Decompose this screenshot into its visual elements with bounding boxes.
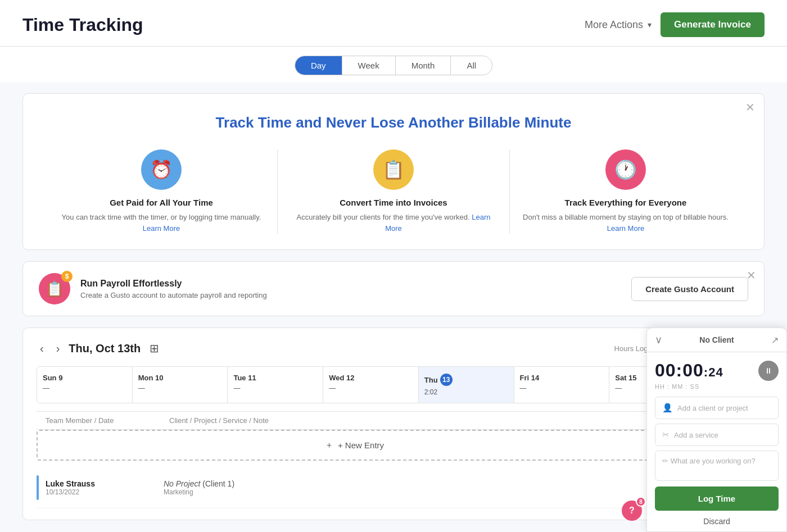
feature-title-track-all: Track Everything for Everyone: [565, 198, 687, 207]
timer-pause-button[interactable]: ⏸: [758, 361, 779, 381]
table-header-row: Team Member / Date Client / Project / Se…: [37, 411, 750, 430]
info-card: ✕ Track Time and Never Lose Another Bill…: [22, 93, 765, 250]
timer-display: 00:00:24: [655, 360, 723, 381]
week-time-sun: —: [43, 384, 126, 392]
table-header-client: Client / Project / Service / Note: [169, 416, 694, 425]
timer-mm: 00: [682, 360, 704, 380]
next-day-button[interactable]: ›: [53, 340, 64, 357]
calendar-grid-icon[interactable]: ⊞: [150, 342, 159, 355]
add-note-icon: ✏: [662, 457, 668, 465]
week-grid: Sun 9 — Mon 10 — Tue 11 — Wed 12 — Thu 1…: [37, 366, 750, 403]
new-entry-button[interactable]: ＋ + New Entry: [37, 430, 672, 461]
info-card-features: ⏰ Get Paid for All Your Time You can tra…: [46, 149, 741, 234]
feature-title-paid: Get Paid for All Your Time: [110, 198, 213, 207]
client-icon: 👤: [662, 403, 673, 413]
timer-external-link-button[interactable]: ↗: [771, 335, 779, 345]
header: Time Tracking More Actions ▾ Generate In…: [0, 0, 787, 46]
timer-hh: 00: [655, 360, 676, 380]
calendar-nav: ‹ › Thu, Oct 13th ⊞: [37, 340, 159, 357]
feature-item-paid: ⏰ Get Paid for All Your Time You can tra…: [46, 149, 278, 234]
week-time-fri: —: [520, 384, 604, 392]
timer-time-row: 00:00:24 ⏸: [655, 360, 779, 381]
week-cell-sun[interactable]: Sun 9 —: [37, 367, 133, 403]
week-day-tue: Tue 11: [233, 374, 317, 382]
week-day-sun: Sun 9: [43, 374, 126, 382]
more-actions-label: More Actions: [585, 19, 643, 31]
add-client-field[interactable]: 👤 Add a client or project: [655, 397, 779, 419]
service-icon: ✂: [662, 430, 670, 440]
generate-invoice-button[interactable]: Generate Invoice: [661, 12, 765, 37]
week-day-mon: Mon 10: [138, 374, 222, 382]
add-note-placeholder: What are you working on?: [671, 457, 756, 465]
chevron-down-icon: ▾: [648, 20, 652, 29]
learn-more-link-1[interactable]: Learn More: [143, 224, 180, 233]
table-header-member: Team Member / Date: [46, 416, 169, 425]
week-cell-thu[interactable]: Thu 13 2:02: [419, 367, 514, 403]
timer-collapse-button[interactable]: ∨: [655, 334, 662, 346]
week-cell-wed[interactable]: Wed 12 —: [323, 367, 419, 403]
track-all-icon: 🕐: [605, 149, 646, 190]
week-day-fri: Fri 14: [520, 374, 604, 382]
invoices-icon: 📋: [373, 149, 414, 190]
week-day-wed: Wed 12: [329, 374, 413, 382]
entry-indicator: [37, 475, 39, 500]
new-entry-label: + New Entry: [338, 440, 384, 450]
feature-item-track-all: 🕐 Track Everything for Everyone Don't mi…: [510, 149, 741, 234]
add-service-placeholder: Add a service: [674, 431, 718, 439]
log-time-button[interactable]: Log Time: [655, 486, 779, 511]
dollar-badge: $: [61, 271, 73, 282]
timer-format-label: HH : MM : SS: [655, 383, 779, 390]
week-cell-tue[interactable]: Tue 11 —: [228, 367, 323, 403]
tab-week[interactable]: Week: [342, 56, 396, 75]
week-cell-mon[interactable]: Mon 10 —: [133, 367, 228, 403]
learn-more-link-2[interactable]: Learn More: [385, 213, 490, 233]
entry-project: No Project (Client 1): [164, 479, 705, 488]
learn-more-link-3[interactable]: Learn More: [607, 224, 644, 233]
tabs-container: Day Week Month All: [295, 56, 492, 75]
thu-badge: 13: [440, 374, 453, 386]
timer-ss: :24: [704, 365, 723, 379]
info-card-title: Track Time and Never Lose Another Billab…: [46, 114, 741, 131]
page-title: Time Tracking: [22, 15, 143, 35]
timer-panel: ∨ No Client ↗ 00:00:24 ⏸ HH : MM : SS 👤 …: [646, 328, 787, 532]
add-note-field[interactable]: ✏ What are you working on?: [655, 451, 779, 481]
tab-month[interactable]: Month: [396, 56, 451, 75]
create-gusto-button[interactable]: Create Gusto Account: [631, 277, 748, 301]
entry-member: Luke Strauss 10/13/2022: [46, 479, 164, 496]
add-service-field[interactable]: ✂ Add a service: [655, 424, 779, 446]
week-cell-fri[interactable]: Fri 14 —: [514, 367, 610, 403]
more-actions-button[interactable]: More Actions ▾: [585, 19, 652, 31]
payroll-card: 📋 $ Run Payroll Effortlessly Create a Gu…: [22, 261, 765, 316]
entry-service: Marketing: [164, 488, 705, 496]
header-actions: More Actions ▾ Generate Invoice: [585, 12, 765, 37]
week-time-tue: —: [233, 384, 317, 392]
payroll-left: 📋 $ Run Payroll Effortlessly Create a Gu…: [39, 273, 267, 304]
info-card-close-button[interactable]: ✕: [745, 101, 755, 114]
week-day-thu: Thu 13: [424, 374, 508, 386]
entry-member-name: Luke Strauss: [46, 479, 164, 488]
week-time-wed: —: [329, 384, 413, 392]
help-count: 8: [636, 497, 646, 507]
prev-day-button[interactable]: ‹: [37, 340, 47, 357]
new-entry-plus-icon: ＋: [325, 440, 333, 451]
payroll-close-button[interactable]: ✕: [747, 269, 756, 282]
entry-client: No Project (Client 1) Marketing: [164, 479, 705, 496]
payroll-title: Run Payroll Effortlessly: [80, 279, 267, 289]
feature-desc-invoices: Accurately bill your clients for the tim…: [289, 212, 498, 234]
timer-body: 00:00:24 ⏸ HH : MM : SS 👤 Add a client o…: [647, 352, 786, 531]
timer-header: ∨ No Client ↗: [647, 328, 786, 352]
tab-day[interactable]: Day: [295, 56, 342, 75]
tab-all[interactable]: All: [451, 56, 492, 75]
add-client-placeholder: Add a client or project: [677, 404, 748, 412]
week-time-mon: —: [138, 384, 222, 392]
feature-title-invoices: Convert Time into Invoices: [340, 198, 447, 207]
payroll-text: Run Payroll Effortlessly Create a Gusto …: [80, 279, 267, 299]
calendar-current-date: Thu, Oct 13th: [69, 342, 141, 355]
help-button[interactable]: 8 ?: [622, 501, 642, 521]
timer-no-client-label: No Client: [699, 335, 734, 344]
help-icon: ?: [629, 506, 635, 516]
entry-member-date: 10/13/2022: [46, 488, 164, 496]
feature-item-invoices: 📋 Convert Time into Invoices Accurately …: [278, 149, 510, 234]
discard-button[interactable]: Discard: [655, 511, 779, 531]
calendar-header: ‹ › Thu, Oct 13th ⊞ Hours Logged By Luke…: [37, 339, 750, 357]
